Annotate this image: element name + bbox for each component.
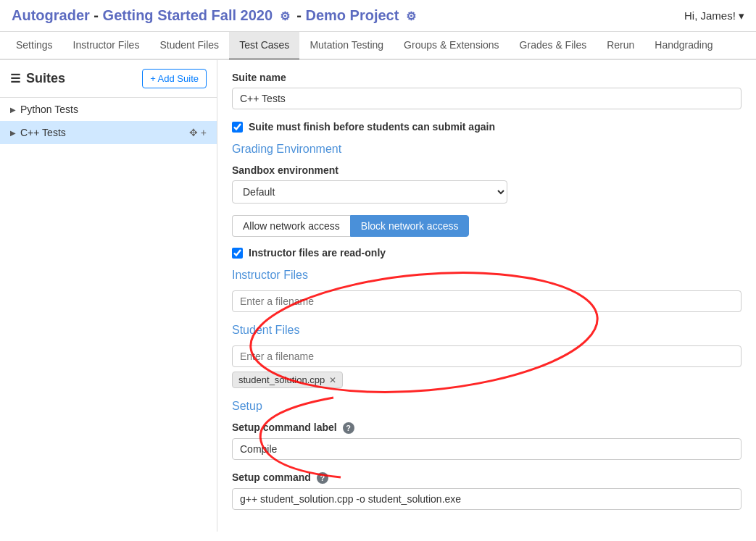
- suite-item-actions: ✥ +: [189, 127, 207, 138]
- sidebar-title: ☰ Suites: [10, 71, 65, 86]
- add-item-icon[interactable]: +: [201, 127, 207, 138]
- main-layout: ☰ Suites + Add Suite ▶ Python Tests ▶ C+…: [0, 60, 756, 532]
- setup-command-label-label: Setup command label ?: [232, 422, 742, 434]
- arrow-icon: ▶: [10, 106, 16, 114]
- student-files-group: student_solution.cpp ✕: [232, 345, 742, 388]
- tab-settings[interactable]: Settings: [6, 32, 63, 60]
- sidebar-item-label: Python Tests: [20, 104, 78, 115]
- sidebar: ☰ Suites + Add Suite ▶ Python Tests ▶ C+…: [0, 60, 217, 532]
- autograder-text: Autograder: [12, 7, 90, 23]
- tab-student-files[interactable]: Student Files: [149, 32, 229, 60]
- setup-command-label-input[interactable]: [232, 438, 742, 460]
- setup-command-group: Setup command ?: [232, 471, 742, 510]
- top-header: Autograder - Getting Started Fall 2020 ⚙…: [0, 0, 756, 32]
- remove-tag-button[interactable]: ✕: [329, 375, 336, 385]
- setup-command-label-help-icon[interactable]: ?: [343, 422, 354, 434]
- sandbox-label: Sandbox environment: [232, 164, 742, 176]
- app-title: Autograder - Getting Started Fall 2020 ⚙…: [12, 7, 416, 24]
- checkbox-instructor-readonly[interactable]: [232, 248, 243, 259]
- setup-command-help-icon[interactable]: ?: [317, 472, 328, 484]
- student-files-input[interactable]: [232, 345, 742, 367]
- student-file-tag: student_solution.cpp ✕: [232, 372, 343, 388]
- hamburger-icon: ☰: [10, 72, 20, 85]
- title-sep2: -: [296, 7, 305, 23]
- checkbox-readonly-label: Instructor files are read-only: [249, 247, 386, 259]
- setup-command-label: Setup command ?: [232, 471, 742, 484]
- sidebar-item-cpp-tests[interactable]: ▶ C++ Tests ✥ +: [0, 121, 217, 144]
- suite-name-label: Suite name: [232, 72, 742, 83]
- course-title: Getting Started Fall 2020: [103, 7, 273, 23]
- gear-icon-project[interactable]: ⚙: [406, 9, 416, 23]
- content-area: Suite name Suite must finish before stud…: [217, 60, 756, 532]
- network-access-group: Allow network access Block network acces…: [232, 215, 742, 237]
- setup-command-label-group: Setup command label ?: [232, 422, 742, 460]
- tab-instructor-files[interactable]: Instructor Files: [63, 32, 150, 60]
- sidebar-item-python-tests[interactable]: ▶ Python Tests: [0, 98, 217, 121]
- tab-handgrading[interactable]: Handgrading: [644, 32, 723, 60]
- suite-name-group: Suite name: [232, 72, 742, 109]
- setup-command-input[interactable]: [232, 488, 742, 510]
- tab-rerun[interactable]: Rerun: [597, 32, 644, 60]
- sandbox-select[interactable]: Default: [232, 180, 507, 204]
- suite-name-input[interactable]: [232, 88, 742, 109]
- user-greeting: Hi, James!: [684, 9, 736, 22]
- instructor-files-input[interactable]: [232, 290, 742, 312]
- setup-title: Setup: [232, 400, 742, 413]
- tab-mutation-testing[interactable]: Mutation Testing: [299, 32, 394, 60]
- instructor-files-group: [232, 290, 742, 312]
- drag-icon[interactable]: ✥: [189, 127, 198, 138]
- project-title: Demo Project: [305, 7, 399, 23]
- checkbox-finish-before-label: Suite must finish before students can su…: [249, 121, 495, 133]
- tab-grades-files[interactable]: Grades & Files: [510, 32, 597, 60]
- tab-test-cases[interactable]: Test Cases: [229, 32, 299, 60]
- block-network-button[interactable]: Block network access: [350, 215, 470, 237]
- arrow-icon: ▶: [10, 129, 16, 137]
- add-suite-button[interactable]: + Add Suite: [142, 69, 207, 88]
- sidebar-header: ☰ Suites + Add Suite: [0, 60, 217, 98]
- chevron-down-icon: ▾: [739, 9, 744, 22]
- sidebar-item-label: C++ Tests: [20, 127, 66, 138]
- student-file-tag-label: student_solution.cpp: [238, 374, 325, 385]
- allow-network-button[interactable]: Allow network access: [232, 215, 350, 237]
- checkbox-readonly-row: Instructor files are read-only: [232, 247, 742, 259]
- checkbox-finish-before-row: Suite must finish before students can su…: [232, 121, 742, 133]
- gear-icon-course[interactable]: ⚙: [280, 9, 290, 23]
- grading-env-title: Grading Environment: [232, 143, 742, 156]
- sandbox-group: Sandbox environment Default: [232, 164, 742, 204]
- title-sep1: -: [94, 7, 102, 23]
- nav-tabs: Settings Instructor Files Student Files …: [0, 32, 756, 60]
- sidebar-title-label: Suites: [26, 71, 65, 86]
- student-files-title: Student Files: [232, 324, 742, 337]
- user-menu[interactable]: Hi, James! ▾: [684, 9, 744, 22]
- tab-groups-extensions[interactable]: Groups & Extensions: [394, 32, 510, 60]
- checkbox-finish-before[interactable]: [232, 122, 243, 133]
- instructor-files-title: Instructor Files: [232, 269, 742, 282]
